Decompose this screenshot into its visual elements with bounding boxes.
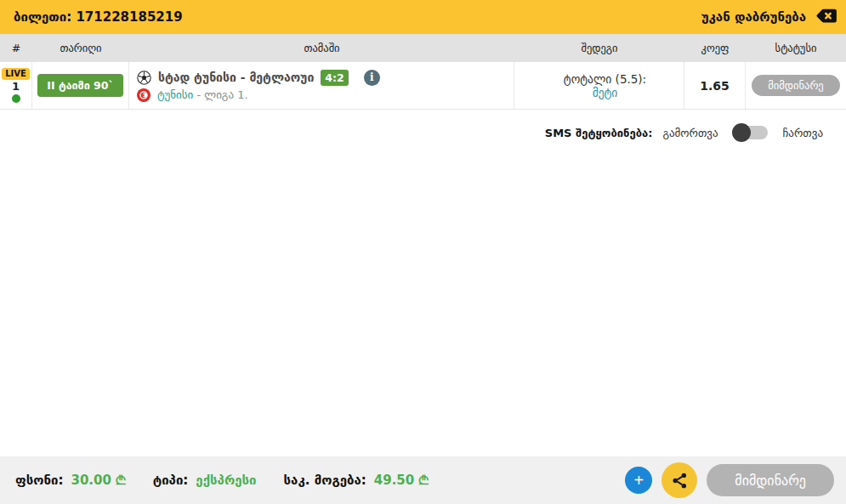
stake-value: 30.00 ₾ — [71, 473, 126, 488]
total-win-value: 49.50 ₾ — [374, 473, 429, 488]
ticket-number: ბილეთი: 171228185219 — [14, 9, 183, 25]
bet-row: LIVE 1 II ტაიმი 90` სტად ტუნისი - მეტლაო… — [0, 62, 846, 110]
sms-on-label: ჩართვა — [783, 127, 823, 139]
col-header-number: # — [0, 42, 32, 54]
bet-row-status-cell: მიმდინარე — [746, 62, 846, 109]
add-button[interactable]: + — [625, 467, 652, 494]
col-header-status: სტატუსი — [746, 42, 846, 54]
current-status-button[interactable]: მიმდინარე — [707, 464, 834, 496]
sms-toggle-switch[interactable] — [734, 123, 768, 142]
bet-type-value: ექსპრესი — [196, 473, 256, 488]
live-badge: LIVE — [2, 68, 30, 80]
col-header-date: თარიღი — [32, 42, 129, 54]
back-button[interactable]: უკან დაბრუნება — [701, 4, 837, 31]
bet-row-time-cell: II ტაიმი 90` — [32, 62, 129, 109]
match-time-badge: II ტაიმი 90` — [37, 74, 123, 97]
bet-row-result-cell: ტოტალი (5.5): მეტი — [514, 62, 684, 109]
coefficient-value: 1.65 — [700, 79, 730, 93]
bet-row-index-cell: LIVE 1 — [0, 62, 32, 109]
tunisia-flag-icon — [137, 88, 150, 102]
pick-selection-link[interactable]: მეტი — [593, 86, 618, 99]
back-button-label: უკან დაბრუნება — [701, 9, 806, 25]
league-name: - ლიგა 1. — [196, 88, 247, 101]
content-spacer — [0, 145, 846, 456]
stake-label: ფსონი: — [15, 473, 64, 488]
share-button[interactable] — [661, 462, 697, 498]
bet-row-coef-cell: 1.65 — [684, 62, 746, 109]
backspace-icon[interactable] — [815, 4, 837, 31]
col-header-result: შედეგი — [514, 42, 684, 54]
sms-notification-label: SMS შეტყობინება: — [545, 127, 653, 139]
sms-off-label: გამორთვა — [662, 127, 718, 139]
ticket-topbar: ბილეთი: 171228185219 უკან დაბრუნება — [0, 0, 846, 34]
betslip-summary: ფსონი: 30.00 ₾ ტიპი: ექსპრესი საკ. მოგებ… — [15, 473, 429, 488]
total-win-label: საკ. მოგება: — [284, 473, 366, 488]
sms-notification-row: SMS შეტყობინება: გამორთვა ჩართვა — [0, 110, 846, 145]
bet-type-label: ტიპი: — [153, 473, 189, 488]
col-header-coef: კოეფ — [684, 42, 746, 54]
share-icon — [671, 472, 689, 490]
live-dot-indicator — [12, 94, 20, 103]
soccer-ball-icon — [137, 71, 151, 85]
pick-market-label: ტოტალი (5.5): — [564, 72, 646, 86]
toggle-knob — [732, 123, 751, 142]
col-header-game: თამაში — [129, 42, 514, 54]
info-icon[interactable]: i — [364, 70, 380, 86]
bets-table-header: # თარიღი თამაში შედეგი კოეფ სტატუსი — [0, 34, 846, 62]
bet-row-game-cell: სტად ტუნისი - მეტლაოუი 4:2 i ტუნისი - ლი… — [129, 62, 514, 109]
score-badge: 4:2 — [321, 70, 348, 86]
footer-actions: + მიმდინარე — [625, 462, 834, 498]
bet-row-number: 1 — [12, 81, 20, 93]
status-badge: მიმდინარე — [752, 75, 839, 96]
match-title: სტად ტუნისი - მეტლაოუი — [158, 71, 314, 84]
betslip-footer: ფსონი: 30.00 ₾ ტიპი: ექსპრესი საკ. მოგებ… — [0, 456, 846, 504]
country-link[interactable]: ტუნისი — [157, 88, 193, 101]
